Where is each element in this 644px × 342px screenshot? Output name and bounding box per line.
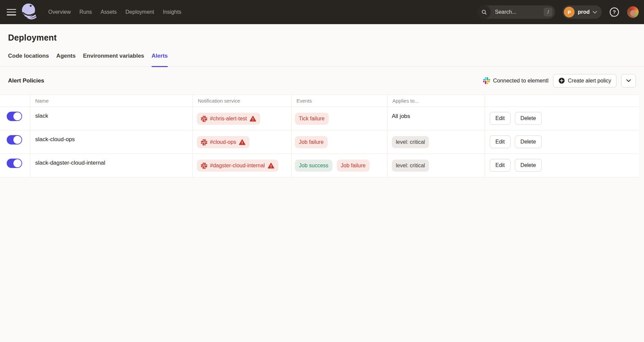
header-applies-to: Applies to... — [387, 95, 485, 107]
search-placeholder: Search... — [495, 9, 516, 15]
help-button[interactable]: ? — [609, 7, 620, 17]
navbar-right: Search... / P prod ? — [477, 5, 639, 19]
tab-code-locations[interactable]: Code locations — [8, 53, 49, 67]
edit-button[interactable]: Edit — [490, 112, 511, 125]
warning-icon — [268, 163, 274, 169]
slack-icon — [201, 139, 207, 146]
chevron-down-icon — [593, 11, 597, 14]
header-name: Name — [30, 95, 193, 107]
alert-policies-header: Alert Policies Connected to elementl — [0, 67, 644, 95]
tab-agents[interactable]: Agents — [56, 53, 76, 67]
channel-name: #dagster-cloud-internal — [210, 163, 265, 169]
user-avatar[interactable] — [627, 6, 639, 18]
events-cell: Tick failure — [291, 107, 387, 130]
event-badge-tick-failure: Tick failure — [295, 113, 329, 125]
applies-to-cell: All jobs — [387, 107, 485, 130]
header-actions-column — [485, 95, 639, 107]
create-alert-policy-label: Create alert policy — [568, 78, 611, 84]
event-badge-job-failure: Job failure — [295, 136, 328, 148]
applies-to-badge: level: critical — [392, 136, 429, 148]
slack-connection-status: Connected to elementl — [483, 77, 548, 84]
help-icon: ? — [609, 7, 620, 17]
slack-icon — [201, 116, 207, 122]
deployment-switcher[interactable]: P prod — [562, 5, 602, 19]
notification-channel-badge: #chris-alert-test — [197, 113, 260, 125]
tab-alerts[interactable]: Alerts — [152, 53, 168, 67]
nav-item-runs[interactable]: Runs — [79, 9, 92, 15]
policy-name: slack-cloud-ops — [35, 136, 75, 142]
toggle-knob — [13, 159, 21, 167]
main-nav: OverviewRunsAssetsDeploymentInsights — [48, 9, 181, 15]
table-header-row: Name Notification service Events Applies… — [0, 95, 639, 107]
create-alert-policy-button[interactable]: Create alert policy — [553, 74, 616, 88]
policy-enabled-toggle[interactable] — [7, 112, 22, 121]
toggle-knob — [13, 136, 21, 144]
warning-icon — [250, 116, 256, 122]
menu-button[interactable] — [7, 9, 16, 15]
header-toggle-column — [0, 95, 30, 107]
tab-environment-variables[interactable]: Environment variables — [83, 53, 144, 67]
nav-item-overview[interactable]: Overview — [48, 9, 71, 15]
table-row: slack-cloud-ops #cloud-ops — [0, 130, 639, 154]
alert-policies-table-body: slack #chris-alert-test — [0, 107, 639, 177]
edit-button[interactable]: Edit — [490, 159, 511, 172]
policy-enabled-toggle[interactable] — [7, 159, 22, 168]
applies-to-badge: level: critical — [392, 160, 429, 172]
toggle-knob — [13, 112, 21, 120]
connected-text: Connected to elementl — [493, 77, 548, 84]
applies-to-cell: level: critical — [387, 130, 485, 154]
search-shortcut-key: / — [544, 8, 552, 16]
nav-item-insights[interactable]: Insights — [163, 9, 181, 15]
event-badge-job-success: Job success — [295, 160, 332, 172]
delete-button[interactable]: Delete — [515, 112, 542, 125]
delete-button[interactable]: Delete — [515, 135, 542, 148]
svg-text:?: ? — [613, 9, 616, 15]
search-input[interactable]: Search... / — [477, 5, 555, 19]
deployment-avatar: P — [564, 7, 575, 17]
warning-icon — [239, 139, 246, 145]
channel-name: #cloud-ops — [210, 139, 236, 145]
more-options-button[interactable] — [621, 74, 636, 88]
slack-icon — [201, 163, 207, 169]
events-cell: Job successJob failure — [291, 154, 387, 177]
dagster-logo[interactable] — [20, 2, 39, 22]
nav-item-assets[interactable]: Assets — [101, 9, 117, 15]
applies-to-text: All jobs — [392, 113, 410, 120]
table-row: slack #chris-alert-test — [0, 107, 639, 130]
chevron-down-icon — [626, 79, 631, 82]
header-events: Events — [291, 95, 387, 107]
events-cell: Job failure — [291, 130, 387, 154]
deployment-tabs: Code locationsAgentsEnvironment variable… — [0, 53, 644, 67]
header-notification-service: Notification service — [193, 95, 291, 107]
table-row: slack-dagster-cloud-internal #d — [0, 154, 639, 177]
notification-channel-badge: #dagster-cloud-internal — [197, 160, 278, 172]
section-heading: Alert Policies — [8, 77, 44, 84]
page-title: Deployment — [0, 24, 644, 43]
policy-name: slack-dagster-cloud-internal — [35, 160, 105, 166]
section-actions: Connected to elementl Create alert polic… — [483, 74, 636, 88]
policy-enabled-toggle[interactable] — [7, 135, 22, 145]
top-navbar: OverviewRunsAssetsDeploymentInsights Sea… — [0, 0, 644, 24]
alert-policies-table: Name Notification service Events Applies… — [0, 95, 639, 177]
policy-name: slack — [35, 113, 48, 119]
search-icon — [477, 5, 491, 19]
slack-icon — [483, 77, 490, 84]
deployment-name: prod — [578, 9, 590, 15]
applies-to-cell: level: critical — [387, 154, 485, 177]
channel-name: #chris-alert-test — [210, 116, 247, 122]
notification-channel-badge: #cloud-ops — [197, 136, 250, 148]
plus-icon — [558, 77, 565, 84]
event-badge-job-failure: Job failure — [337, 160, 370, 172]
edit-button[interactable]: Edit — [490, 135, 511, 148]
main-content: Deployment Code locationsAgentsEnvironme… — [0, 24, 644, 177]
nav-item-deployment[interactable]: Deployment — [125, 9, 154, 15]
delete-button[interactable]: Delete — [515, 159, 542, 172]
